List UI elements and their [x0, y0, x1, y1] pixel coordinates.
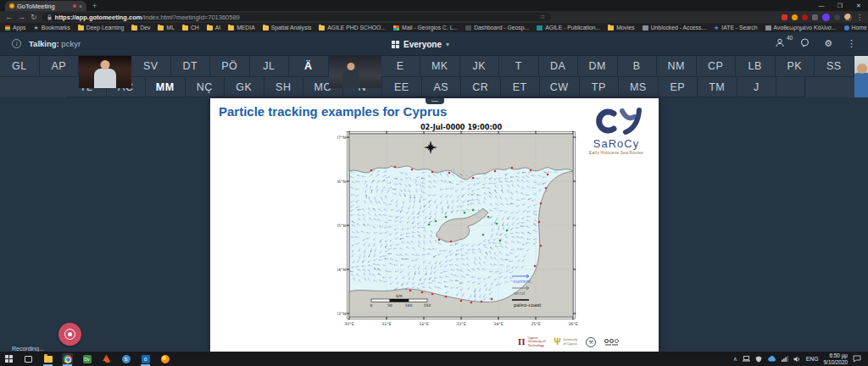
extension-icon[interactable]: [792, 14, 798, 20]
bookmark-item[interactable]: ★Bookmarks: [34, 25, 70, 30]
new-tab-button[interactable]: +: [92, 2, 97, 10]
participant-tile-TP[interactable]: TP: [580, 77, 620, 97]
participant-tile-CR[interactable]: CR: [461, 77, 501, 97]
share-overlay-notch[interactable]: [426, 98, 444, 104]
bookmark-star-icon[interactable]: ☆: [540, 14, 545, 20]
bookmark-item[interactable]: ★IATE - Search: [714, 25, 757, 30]
extension-icon[interactable]: [802, 14, 808, 20]
chrome-button[interactable]: [62, 353, 73, 364]
participant-tile-EE[interactable]: EE: [382, 77, 422, 97]
info-icon[interactable]: i: [12, 39, 21, 48]
participant-tile-CP[interactable]: CP: [697, 56, 737, 77]
matlab-button[interactable]: [101, 353, 112, 364]
participant-video-webcam-1[interactable]: [79, 56, 131, 88]
red-particle-marker: [547, 174, 549, 176]
forward-button[interactable]: →: [18, 13, 25, 21]
outlook-button[interactable]: o: [140, 353, 151, 364]
attendees-button[interactable]: 40: [776, 38, 786, 49]
participant-tile-TM[interactable]: TM: [698, 77, 737, 97]
participant-tile-DA[interactable]: DA: [539, 56, 579, 77]
tab-close-icon[interactable]: ×: [79, 3, 82, 9]
close-button[interactable]: ✕: [849, 0, 868, 11]
browser-menu-icon[interactable]: ⋮: [856, 14, 863, 21]
participant-video-webcam-2[interactable]: [329, 56, 381, 88]
participant-tile-T[interactable]: T: [499, 56, 539, 77]
skype-button[interactable]: S: [120, 353, 131, 364]
bookmark-item[interactable]: Unblocked - Access...: [643, 25, 706, 30]
participant-tile-SH[interactable]: SH: [264, 77, 304, 97]
participant-tile-PÖ[interactable]: PÖ: [210, 56, 250, 77]
bookmark-item[interactable]: Movies: [608, 25, 635, 30]
bookmark-item[interactable]: Spatial Analysis: [263, 25, 312, 30]
back-button[interactable]: ←: [5, 13, 13, 21]
onedrive-cloud-icon[interactable]: [767, 356, 776, 362]
security-shield-icon[interactable]: [755, 356, 762, 363]
bookmark-item[interactable]: AGILE - Publication...: [537, 25, 600, 30]
participant-tile-GK[interactable]: GK: [225, 77, 264, 97]
bookmark-item[interactable]: Mail - Georgios C. L...: [393, 25, 458, 30]
participant-tile-NÇ[interactable]: NÇ: [186, 77, 225, 97]
minimize-button[interactable]: —: [812, 0, 831, 11]
participant-tile-J[interactable]: J: [737, 77, 777, 97]
participant-tile-NM[interactable]: NM: [657, 56, 697, 77]
participant-tile-AS[interactable]: AS: [422, 77, 462, 97]
bookmark-item[interactable]: AI: [207, 25, 220, 30]
extension-icon[interactable]: [834, 14, 840, 20]
participant-tile-DM[interactable]: DM: [578, 56, 618, 77]
participant-tile-MS[interactable]: MS: [619, 77, 659, 97]
participant-tile-CW[interactable]: CW: [540, 77, 580, 97]
bookmark-item[interactable]: CH: [182, 25, 199, 30]
bookmark-item[interactable]: Apps: [5, 25, 26, 30]
participant-tile-MK[interactable]: MK: [420, 56, 460, 77]
participant-tile-EP[interactable]: EP: [659, 77, 698, 97]
settings-button[interactable]: ⚙: [824, 38, 832, 49]
profile-avatar[interactable]: [844, 14, 852, 21]
bookmark-item[interactable]: Dashboard - Geosp...: [465, 25, 529, 30]
reload-button[interactable]: ↻: [31, 13, 37, 21]
participant-tile-Ä[interactable]: Ä: [289, 56, 329, 77]
extension-icon[interactable]: [812, 14, 818, 20]
chat-button[interactable]: [800, 38, 810, 49]
participant-tile-LB[interactable]: LB: [736, 56, 776, 77]
browser-tab-gotomeeting[interactable]: GoToMeeting ×: [5, 1, 86, 11]
participant-tile-E[interactable]: E: [381, 56, 421, 77]
bookmark-item[interactable]: ML: [158, 25, 174, 30]
participant-tile-MM[interactable]: MM: [146, 77, 186, 97]
file-explorer-button[interactable]: [42, 353, 53, 364]
participant-tile-SS[interactable]: SS: [815, 56, 854, 77]
bookmark-item[interactable]: AGILE PHD SCHOO...: [319, 25, 386, 30]
bookmark-item[interactable]: Home | Open Data...: [844, 25, 868, 30]
participant-tile-GL[interactable]: GL: [0, 56, 40, 77]
recording-button[interactable]: [58, 323, 81, 346]
action-center-icon[interactable]: [853, 355, 861, 363]
extension-icon[interactable]: [782, 14, 787, 20]
participant-tile-SV[interactable]: SV: [131, 56, 171, 77]
participant-tile-DT[interactable]: DT: [171, 56, 211, 77]
bookmark-item[interactable]: Deep Learning: [78, 25, 125, 30]
maximize-button[interactable]: ❐: [831, 0, 849, 11]
address-bar[interactable]: https://app.gotomeeting.com/index.html?m…: [42, 13, 551, 21]
dv-app-button[interactable]: Dv: [81, 353, 92, 364]
tray-expand-button[interactable]: ∧: [733, 356, 737, 362]
bookmark-item[interactable]: Dev: [131, 25, 150, 30]
participant-tile-ET[interactable]: ET: [501, 77, 541, 97]
task-view-button[interactable]: [23, 353, 34, 364]
network-signal-icon[interactable]: [782, 356, 788, 362]
participant-tile-JL[interactable]: JL: [250, 56, 290, 77]
laptop-icon[interactable]: [743, 356, 750, 362]
language-indicator[interactable]: ENG: [806, 356, 819, 362]
firefox-button[interactable]: [159, 353, 170, 364]
start-button[interactable]: [3, 353, 14, 364]
speaker-icon[interactable]: [793, 356, 801, 363]
participant-video-webcam-3[interactable]: [854, 56, 868, 97]
participant-tile-JK[interactable]: JK: [460, 56, 500, 77]
audience-selector[interactable]: Everyone ▾: [392, 32, 449, 56]
participant-tile-AP[interactable]: AP: [40, 56, 80, 77]
bookmark-item[interactable]: MEDIA: [228, 25, 255, 30]
gtm-more-menu[interactable]: ⋮: [847, 38, 856, 49]
participant-tile-PK[interactable]: PK: [776, 56, 815, 77]
clock[interactable]: 6:50 μμ 9/10/2020: [824, 352, 848, 366]
bookmark-item[interactable]: Αναθεωρημένο Κάλλισ...: [765, 25, 837, 30]
participant-tile-B[interactable]: B: [618, 56, 658, 77]
extension-icon[interactable]: [822, 14, 830, 21]
